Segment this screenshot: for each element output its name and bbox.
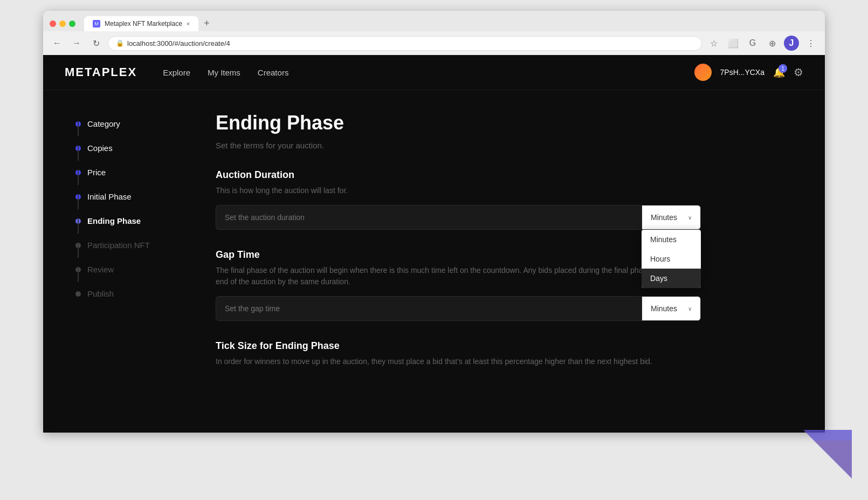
logo: METAPLEX bbox=[65, 65, 137, 79]
sidebar-item-copies[interactable]: Copies bbox=[75, 136, 183, 160]
sidebar-dot-publish bbox=[75, 291, 81, 297]
sidebar-label-ending-phase: Ending Phase bbox=[87, 216, 141, 225]
toolbar-actions: ☆ ⬜ G ⊕ J ⋮ bbox=[706, 36, 818, 51]
lock-icon: 🔒 bbox=[116, 39, 124, 47]
nav-my-items[interactable]: My Items bbox=[208, 68, 240, 77]
url-text: localhost:3000/#/auction/create/4 bbox=[127, 39, 230, 47]
new-tab-button[interactable]: + bbox=[199, 18, 214, 29]
svg-marker-1 bbox=[814, 441, 852, 478]
sidebar-item-initial-phase[interactable]: Initial Phase bbox=[75, 184, 183, 209]
gap-time-select-button[interactable]: Minutes ∨ bbox=[642, 296, 701, 321]
forward-button[interactable]: → bbox=[69, 36, 84, 51]
address-bar[interactable]: 🔒 localhost:3000/#/auction/create/4 bbox=[108, 36, 702, 51]
sidebar-label-copies: Copies bbox=[87, 143, 113, 153]
dropdown-option-minutes[interactable]: Minutes bbox=[642, 230, 701, 249]
top-nav: METAPLEX Explore My Items Creators 7PsH.… bbox=[43, 55, 825, 90]
settings-button[interactable]: ⚙ bbox=[794, 66, 803, 79]
auction-duration-input-row: Minutes ∨ Minutes Hours Days bbox=[216, 205, 701, 230]
close-tab-button[interactable]: × bbox=[187, 20, 190, 27]
chevron-down-icon: ∨ bbox=[688, 215, 692, 221]
extensions-icon[interactable]: ⊕ bbox=[764, 36, 780, 51]
corner-decoration bbox=[793, 424, 857, 489]
sidebar-item-review[interactable]: Review bbox=[75, 257, 183, 282]
sidebar-label-category: Category bbox=[87, 119, 120, 128]
main-layout: Category Copies Price Initial Phase bbox=[43, 90, 825, 406]
sidebar-label-publish: Publish bbox=[87, 289, 114, 298]
nav-explore[interactable]: Explore bbox=[163, 68, 190, 77]
favicon: M bbox=[93, 20, 100, 28]
tick-size-title: Tick Size for Ending Phase bbox=[216, 340, 701, 352]
auction-duration-title: Auction Duration bbox=[216, 169, 701, 181]
menu-button[interactable]: ⋮ bbox=[803, 36, 818, 51]
wallet-avatar bbox=[694, 64, 712, 81]
dropdown-option-hours[interactable]: Hours bbox=[642, 249, 701, 269]
grammarly-button[interactable]: G bbox=[745, 36, 760, 51]
tab-title: Metaplex NFT Marketplace bbox=[105, 20, 182, 28]
nav-links: Explore My Items Creators bbox=[163, 68, 694, 77]
extensions-button[interactable]: ⬜ bbox=[726, 36, 741, 51]
page-subtitle: Set the terms for your auction. bbox=[216, 141, 701, 150]
nav-right: 7PsH...YCXa 🔔 1 ⚙ bbox=[694, 64, 803, 81]
gap-time-input-row: Minutes ∨ bbox=[216, 296, 701, 321]
notification-button[interactable]: 🔔 1 bbox=[773, 66, 785, 78]
gap-time-description: The final phase of the auction will begi… bbox=[216, 265, 701, 287]
sidebar-item-publish[interactable]: Publish bbox=[75, 282, 183, 306]
duration-select-value: Minutes bbox=[651, 213, 677, 222]
sidebar-label-initial-phase: Initial Phase bbox=[87, 192, 132, 201]
sidebar-label-price: Price bbox=[87, 168, 106, 177]
reload-button[interactable]: ↻ bbox=[88, 36, 104, 51]
sidebar-item-category[interactable]: Category bbox=[75, 112, 183, 136]
app-container: METAPLEX Explore My Items Creators 7PsH.… bbox=[43, 55, 825, 433]
duration-dropdown-container: Minutes ∨ Minutes Hours Days bbox=[642, 205, 701, 230]
sidebar-label-review: Review bbox=[87, 265, 114, 274]
auction-duration-input[interactable] bbox=[216, 205, 642, 230]
sidebar-item-price[interactable]: Price bbox=[75, 160, 183, 184]
nav-creators[interactable]: Creators bbox=[258, 68, 289, 77]
window-controls bbox=[50, 20, 75, 27]
sidebar: Category Copies Price Initial Phase bbox=[75, 112, 183, 385]
gap-chevron-down-icon: ∨ bbox=[688, 306, 692, 312]
sidebar-label-participation-nft: Participation NFT bbox=[87, 241, 150, 250]
sidebar-item-ending-phase[interactable]: Ending Phase bbox=[75, 209, 183, 233]
gap-time-section: Gap Time The final phase of the auction … bbox=[216, 249, 701, 321]
sidebar-item-participation-nft[interactable]: Participation NFT bbox=[75, 233, 183, 257]
maximize-window-button[interactable] bbox=[69, 20, 75, 27]
profile-button[interactable]: J bbox=[784, 36, 799, 51]
notification-badge: 1 bbox=[779, 64, 787, 73]
bookmark-button[interactable]: ☆ bbox=[706, 36, 721, 51]
dropdown-option-days[interactable]: Days bbox=[642, 269, 701, 288]
duration-dropdown-menu: Minutes Hours Days bbox=[642, 230, 701, 288]
auction-duration-section: Auction Duration This is how long the au… bbox=[216, 169, 701, 230]
close-window-button[interactable] bbox=[50, 20, 56, 27]
browser-toolbar: ← → ↻ 🔒 localhost:3000/#/auction/create/… bbox=[43, 31, 825, 55]
auction-duration-description: This is how long the auction will last f… bbox=[216, 185, 701, 196]
active-tab[interactable]: M Metaplex NFT Marketplace × bbox=[84, 16, 198, 31]
back-button[interactable]: ← bbox=[50, 36, 65, 51]
wallet-address: 7PsH...YCXa bbox=[720, 68, 764, 77]
tick-size-description: In order for winners to move up in the a… bbox=[216, 356, 701, 367]
gap-time-title: Gap Time bbox=[216, 249, 701, 261]
content-area: Ending Phase Set the terms for your auct… bbox=[216, 112, 701, 385]
browser-tabs: M Metaplex NFT Marketplace × + bbox=[84, 16, 771, 31]
gap-time-select-value: Minutes bbox=[651, 304, 677, 313]
page-title: Ending Phase bbox=[216, 112, 701, 134]
minimize-window-button[interactable] bbox=[59, 20, 66, 27]
duration-select-button[interactable]: Minutes ∨ bbox=[642, 205, 701, 230]
tick-size-section: Tick Size for Ending Phase In order for … bbox=[216, 340, 701, 367]
gap-time-input[interactable] bbox=[216, 296, 642, 321]
